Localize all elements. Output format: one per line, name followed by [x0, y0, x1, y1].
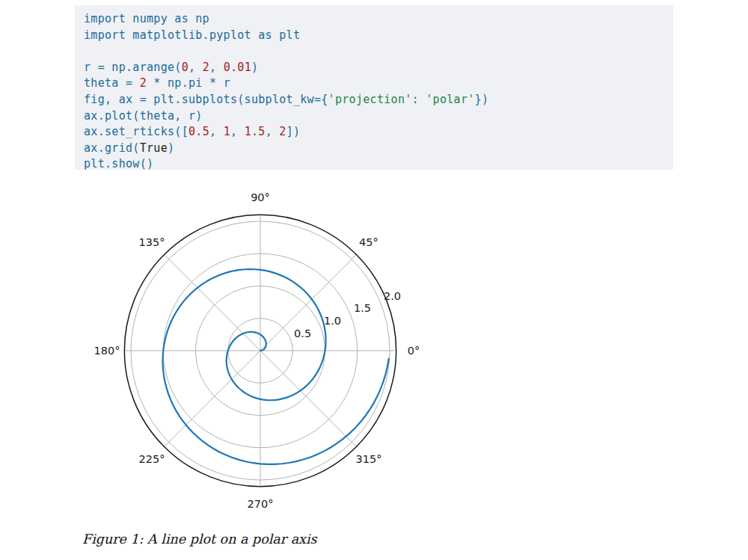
theta-tick-label: 0° [408, 345, 420, 357]
theta-tick-label: 225° [139, 453, 165, 465]
r-tick-label: 0.5 [294, 327, 311, 339]
theta-tick-label: 270° [248, 498, 274, 510]
theta-tick-label: 135° [139, 236, 165, 248]
theta-tick-label: 315° [355, 453, 381, 465]
document-page: import numpy as npimport matplotlib.pypl… [0, 0, 748, 560]
theta-tick-label: 180° [94, 345, 120, 357]
r-tick-label: 1.0 [324, 315, 341, 327]
polar-line-chart: 0°45°90°135°180°225°270°315°0.51.01.52.0 [0, 0, 748, 560]
theta-tick-label: 90° [251, 191, 270, 203]
theta-tick-label: 45° [359, 236, 378, 248]
theta-grid-line [260, 351, 356, 446]
figure-caption: Figure 1: A line plot on a polar axis [82, 532, 317, 547]
theta-grid-line [165, 351, 260, 446]
r-tick-label: 1.5 [354, 302, 371, 314]
spiral-line [163, 269, 389, 464]
r-tick-label: 2.0 [384, 290, 401, 302]
